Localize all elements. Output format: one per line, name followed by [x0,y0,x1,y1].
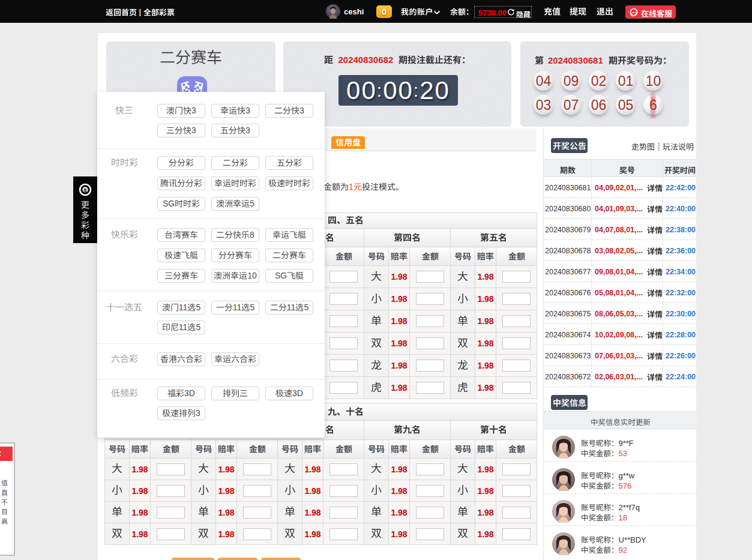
svg-text:8: 8 [83,187,86,193]
